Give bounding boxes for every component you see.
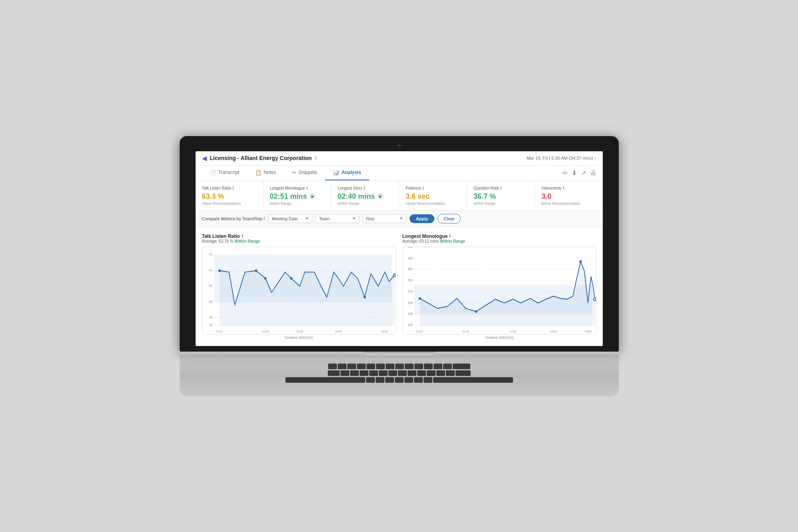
metric-interactivity: Interactivity ℹ 3.0 Below Recommendation [535,181,602,210]
nav-actions: ✏ ⬇ ↗ 🖨 [562,169,596,177]
apply-button[interactable]: Apply [410,214,435,223]
tab-analysis-label: Analysis [341,170,361,175]
chart-info-icon-2[interactable]: ℹ [449,233,451,239]
key [455,370,471,376]
svg-text:450: 450 [408,247,413,249]
svg-text:70: 70 [209,253,212,257]
key [366,377,375,383]
tab-snippets[interactable]: ✂ Snippets [284,166,325,180]
key [443,364,452,369]
svg-text:30: 30 [209,315,212,319]
share-button[interactable]: ↗ [581,169,586,177]
talk-listen-chart: 70 60 50 40 30 20 [202,247,396,334]
compare-bar: Compare Metrics by Team/Rep ℹ Meeting Da… [196,211,603,227]
metric-talk-listen-ratio: Talk Listen Ratio ℹ 63.3 % Above Recomme… [196,181,263,210]
snippets-icon: ✂ [292,170,297,176]
key [404,377,413,383]
print-button[interactable]: 🖨 [590,169,596,176]
tab-analysis[interactable]: 📊 Analysis [325,166,369,180]
key [366,364,375,369]
svg-text:01/01: 01/01 [416,329,423,333]
key [376,364,385,369]
header-right: Mar 19, Fri | 5:30 AM (34:37 mins) › [527,156,596,160]
chart-info-icon-1[interactable]: ℹ [242,233,243,239]
tab-transcript-label: Transcript [218,170,240,175]
metric-title-interactivity: Interactivity ℹ [541,186,596,191]
key [453,364,470,369]
metric-title-question-rate: Question Rate ℹ [473,186,528,191]
metric-info-icon-3[interactable]: ℹ [364,186,365,191]
key [338,364,347,369]
svg-text:350: 350 [408,267,413,271]
key [427,370,436,376]
metric-info-icon-6[interactable]: ℹ [563,186,564,191]
key [436,370,445,376]
key [386,364,394,369]
key [328,364,337,369]
key [388,370,397,376]
key [414,377,423,383]
tab-notes-label: Notes [263,170,276,175]
tab-notes[interactable]: 📋 Notes [247,166,284,180]
metric-longest-story: Longest Story ℹ 02:40 mins ▶ Within Rang… [331,181,399,210]
key [434,364,442,369]
header-left: ◀ Licensing - Alliant Energy Corporation… [202,154,317,162]
header-chevron-icon[interactable]: › [595,156,596,160]
download-button[interactable]: ⬇ [572,169,577,177]
metric-question-rate: Question Rate ℹ 36.7 % Within Range [467,181,535,210]
metric-longest-monologue: Longest Monologue ℹ 02:51 mins ▶ Within … [263,181,331,210]
svg-text:03/09: 03/09 [381,329,388,333]
key [385,377,394,383]
tab-transcript[interactable]: 📄 Transcript [202,166,248,180]
svg-text:40: 40 [209,300,212,304]
page-title: Licensing - Alliant Energy Corporation [210,155,312,161]
longest-monologue-chart-title: Longest Monologue ℹ [402,233,596,239]
svg-text:100: 100 [408,323,413,327]
nav-tabs: 📄 Transcript 📋 Notes ✂ Snippets 📊 Analys… [196,166,603,181]
metric-sub-patience: Above Recommendation [406,202,460,206]
edit-button[interactable]: ✏ [562,169,568,177]
svg-text:02/04: 02/04 [550,329,557,333]
meeting-date-select[interactable]: Meeting Date [268,214,312,223]
key [347,364,356,369]
app-header: ◀ Licensing - Alliant Energy Corporation… [196,151,603,166]
metric-info-icon-2[interactable]: ℹ [306,186,308,191]
laptop-keyboard [180,360,619,396]
charts-area: Talk Listen Ratio ℹ Average: 52.76 % Wit… [196,227,603,346]
key [341,370,349,376]
svg-text:150: 150 [408,312,413,316]
metric-value-story: 02:40 mins ▶ [338,192,392,201]
metric-value-monologue: 02:51 mins ▶ [270,192,325,201]
svg-text:01/01: 01/01 [216,329,223,333]
notes-icon: 📋 [255,170,261,176]
team-select[interactable]: Team [315,214,359,223]
metric-info-icon-5[interactable]: ℹ [500,186,502,191]
svg-text:400: 400 [408,256,413,260]
metric-info-icon[interactable]: ℹ [232,186,234,191]
key [433,377,513,383]
svg-text:01/30: 01/30 [509,329,516,333]
key [395,377,404,383]
key [408,370,416,376]
longest-monologue-chart-subtitle: Average: 03:12 mins Within Range [402,239,596,243]
laptop-container: ◀ Licensing - Alliant Energy Corporation… [180,136,619,396]
metric-sub-interactivity: Below Recommendation [541,202,596,206]
play-button-monologue[interactable]: ▶ [309,193,316,200]
talk-listen-chart-subtitle: Average: 52.76 % Within Range [202,239,396,243]
longest-monologue-chart-panel: Longest Monologue ℹ Average: 03:12 mins … [399,233,596,340]
tab-snippets-label: Snippets [299,170,317,175]
analysis-icon: 📊 [333,170,339,176]
talk-listen-chart-title: Talk Listen Ratio ℹ [202,233,396,239]
key [446,370,455,376]
rep-select[interactable]: Rep [362,214,406,223]
clear-button[interactable]: Clear [438,214,461,223]
title-info-icon[interactable]: ℹ [315,156,317,161]
play-button-story[interactable]: ▶ [377,193,384,200]
compare-info-icon[interactable]: ℹ [263,216,265,221]
metric-value-question-rate: 36.7 % [473,192,528,201]
back-button[interactable]: ◀ [202,154,207,162]
metric-sub-monologue: Within Range [270,202,325,206]
metric-sub-talk-listen: Above Recommendation [202,202,257,206]
svg-text:200: 200 [408,301,413,305]
metric-info-icon-4[interactable]: ℹ [422,186,424,191]
